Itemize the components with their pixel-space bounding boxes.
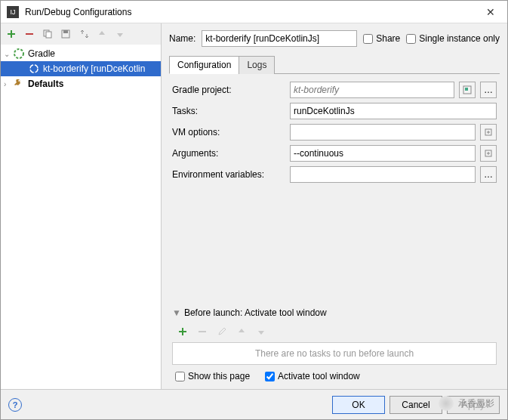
tree-label: Defaults bbox=[28, 79, 63, 89]
svg-rect-7 bbox=[465, 88, 468, 91]
registered-project-button[interactable] bbox=[459, 82, 476, 98]
tasks-label: Tasks: bbox=[172, 106, 285, 116]
edit-task-button bbox=[214, 324, 229, 339]
tree-label: kt-borderify [runDceKotlin bbox=[43, 63, 145, 74]
remove-task-button bbox=[195, 324, 210, 339]
tree-node-selected[interactable]: kt-borderify [runDceKotlin bbox=[1, 61, 161, 76]
vm-options-input[interactable] bbox=[290, 124, 476, 141]
remove-config-button[interactable] bbox=[22, 26, 37, 42]
name-label: Name: bbox=[169, 33, 196, 44]
copy-config-button[interactable] bbox=[40, 26, 55, 42]
activate-tool-window-checkbox[interactable]: Activate tool window bbox=[265, 371, 360, 381]
svg-rect-1 bbox=[46, 32, 51, 38]
svg-point-4 bbox=[14, 49, 23, 58]
collapse-icon[interactable]: ▼ bbox=[172, 307, 181, 318]
expand-vm-options-button[interactable] bbox=[480, 124, 497, 141]
window-title: Run/Debug Configurations bbox=[25, 7, 480, 17]
gradle-project-input[interactable] bbox=[290, 82, 454, 98]
edit-defaults-button[interactable] bbox=[76, 26, 91, 42]
apply-button: Apply bbox=[447, 396, 500, 414]
ok-button[interactable]: OK bbox=[332, 396, 385, 414]
expand-arguments-button[interactable] bbox=[480, 145, 497, 162]
close-icon[interactable]: ✕ bbox=[480, 6, 501, 18]
share-checkbox[interactable]: Share bbox=[363, 33, 400, 44]
vm-options-label: VM options: bbox=[172, 127, 285, 137]
arguments-label: Arguments: bbox=[172, 148, 285, 159]
tab-configuration[interactable]: Configuration bbox=[169, 56, 239, 74]
env-vars-label: Environment variables: bbox=[172, 169, 285, 180]
tasks-input[interactable] bbox=[290, 103, 497, 119]
tree-node-gradle[interactable]: ⌄ Gradle bbox=[1, 46, 161, 61]
before-launch-list[interactable]: There are no tasks to run before launch bbox=[172, 342, 497, 365]
add-task-button[interactable] bbox=[175, 324, 190, 339]
show-this-page-checkbox[interactable]: Show this page bbox=[175, 371, 250, 381]
titlebar: IJ Run/Debug Configurations ✕ bbox=[1, 1, 507, 23]
expand-icon[interactable]: › bbox=[4, 80, 13, 88]
name-input[interactable] bbox=[202, 30, 357, 47]
gradle-project-label: Gradle project: bbox=[172, 85, 285, 95]
cancel-button[interactable]: Cancel bbox=[389, 396, 442, 414]
tabs: Configuration Logs bbox=[169, 55, 500, 74]
before-launch-header: Before launch: Activate tool window bbox=[184, 307, 327, 318]
tree-toolbar bbox=[1, 23, 161, 45]
config-tree-pane: ⌄ Gradle kt-borderify [runDceKotlin › bbox=[1, 23, 162, 389]
config-detail-pane: Name: Share Single instance only Configu… bbox=[162, 23, 507, 389]
svg-rect-3 bbox=[63, 30, 68, 33]
app-icon: IJ bbox=[7, 6, 19, 18]
expand-icon[interactable]: ⌄ bbox=[4, 50, 13, 58]
tab-logs[interactable]: Logs bbox=[239, 56, 275, 74]
tree-node-defaults[interactable]: › Defaults bbox=[1, 76, 161, 91]
help-button[interactable]: ? bbox=[8, 398, 22, 412]
arguments-input[interactable] bbox=[290, 145, 476, 162]
browse-button[interactable]: … bbox=[480, 82, 497, 98]
save-config-button[interactable] bbox=[58, 26, 73, 42]
move-down-button[interactable] bbox=[112, 26, 128, 42]
move-up-button[interactable] bbox=[94, 26, 109, 42]
tree-label: Gradle bbox=[28, 48, 55, 59]
svg-point-5 bbox=[30, 65, 38, 73]
running-icon bbox=[28, 63, 40, 75]
move-task-up-button bbox=[234, 324, 249, 339]
bottom-bar: ? OK Cancel Apply bbox=[1, 389, 507, 419]
wrench-icon bbox=[13, 78, 25, 90]
add-config-button[interactable] bbox=[4, 26, 19, 42]
empty-text: There are no tasks to run before launch bbox=[255, 348, 414, 359]
before-launch-section: ▼ Before launch: Activate tool window bbox=[172, 307, 497, 381]
move-task-down-button bbox=[254, 324, 269, 339]
single-instance-checkbox[interactable]: Single instance only bbox=[406, 33, 500, 44]
env-vars-input[interactable] bbox=[290, 166, 476, 183]
browse-env-button[interactable]: … bbox=[480, 166, 497, 183]
gradle-icon bbox=[13, 48, 25, 60]
config-tree[interactable]: ⌄ Gradle kt-borderify [runDceKotlin › bbox=[1, 45, 161, 389]
